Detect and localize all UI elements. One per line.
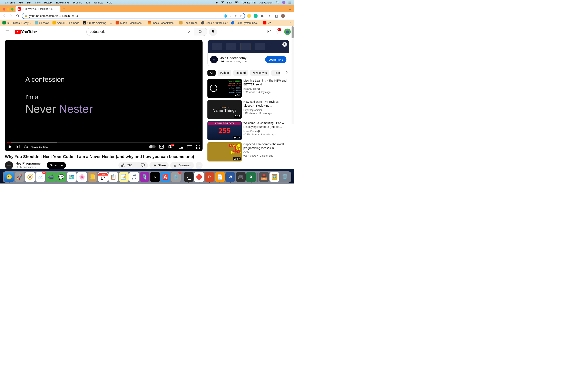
siri-icon[interactable] [282, 1, 285, 4]
new-tab-button[interactable]: + [61, 7, 68, 12]
share-button[interactable]: Share [149, 162, 168, 169]
dock-screenshot[interactable]: 🖼️ [269, 172, 279, 182]
ad-cta-button[interactable]: Learn more [265, 56, 286, 63]
miniplayer-button[interactable] [179, 145, 183, 149]
dock-chrome[interactable]: 🔴 [194, 172, 204, 182]
dock-settings[interactable]: ⚙️1 [171, 172, 181, 182]
chip-listenable[interactable]: Listenable [271, 70, 280, 76]
bookmark-item[interactable]: Kiddle - visual sea… [116, 21, 144, 25]
video-player[interactable]: A confession I'm a Never Nester 0:02 / 1… [5, 40, 203, 151]
rec-channel[interactable]: COD [243, 151, 289, 154]
dock-photos[interactable]: 🌸 [77, 172, 87, 182]
subscribe-button[interactable]: Subscribe [47, 162, 66, 169]
notifications-button[interactable]: 9+ [276, 29, 280, 34]
reload-button[interactable] [15, 14, 20, 18]
translate-icon[interactable]: 🌐 [224, 14, 227, 17]
chrome-menu-icon[interactable]: ⋮ [287, 14, 292, 18]
zoom-window-icon[interactable] [11, 8, 13, 11]
chip-related[interactable]: Related [233, 70, 248, 76]
volume-button[interactable] [24, 145, 28, 149]
bookmark-item[interactable]: y;h [263, 21, 271, 25]
menu-file[interactable]: File [18, 1, 23, 4]
dock-podcasts[interactable]: 🎙️ [140, 172, 149, 182]
browser-tab[interactable]: ▶ (13) Why You Shouldn't Nest Y… × [16, 6, 61, 12]
wifi-icon[interactable] [221, 1, 224, 4]
rec-channel[interactable]: Hey Programmer [243, 108, 289, 112]
next-button[interactable] [16, 145, 20, 149]
settings-button[interactable]: HD [167, 145, 175, 149]
dock-launchpad[interactable]: 🚀 [15, 172, 25, 182]
chips-next-icon[interactable] [284, 70, 289, 76]
control-center-icon[interactable] [288, 1, 292, 4]
dock-facetime[interactable]: 📹 [46, 172, 56, 182]
bookmark-item[interactable]: Cookie Autoclicker [201, 21, 227, 25]
clear-search-icon[interactable]: × [188, 29, 191, 34]
captions-button[interactable] [159, 145, 164, 149]
close-tab-icon[interactable]: × [57, 7, 58, 11]
menu-help[interactable]: Help [107, 1, 112, 4]
app-name[interactable]: Chrome [5, 1, 15, 4]
dock-finder[interactable]: 🙂 [4, 172, 14, 182]
dock-excel[interactable]: X [246, 172, 256, 182]
dock-reminders[interactable]: 📋 [108, 172, 118, 182]
bookmark-item[interactable]: Abdul H. | Edmodo [52, 21, 79, 25]
dock-tv[interactable]: tv [150, 172, 160, 182]
menu-view[interactable]: View [35, 1, 40, 4]
grammarly-icon[interactable] [254, 14, 258, 18]
recommendation-item[interactable]: how not to Name Things 7:25 How Bad were… [208, 100, 289, 119]
dock-sublime[interactable]: 📄 [215, 172, 225, 182]
share-page-icon[interactable]: ⇪ [234, 14, 237, 17]
dock-music[interactable]: 🎵 [129, 172, 139, 182]
extension-icon[interactable] [247, 14, 251, 18]
dock-calendar[interactable]: JAN17 [98, 172, 108, 182]
address-bar[interactable]: 🔒 youtube.com/watch?v=CFRhGnuXG-4 🌐 ⤓ ⇪ … [22, 13, 245, 19]
clock[interactable]: Tue 3:57 PM [241, 1, 256, 4]
like-button[interactable]: 45K [118, 162, 135, 169]
bookmarks-overflow-icon[interactable]: » [290, 21, 292, 25]
profile-avatar-icon[interactable] [281, 14, 285, 18]
bookmark-item[interactable]: Robo Trobo [179, 21, 198, 25]
search-button[interactable] [194, 28, 207, 36]
dock-game[interactable]: 🎮 [236, 172, 246, 182]
page-scrollbar[interactable] [292, 26, 294, 124]
dock-word[interactable]: W [225, 172, 235, 182]
media-control-icon[interactable]: ♪ [267, 14, 272, 18]
close-window-icon[interactable] [3, 8, 5, 11]
voice-search-button[interactable] [209, 28, 217, 36]
ad-info-icon[interactable]: i [282, 42, 287, 47]
dock-trash[interactable]: 🗑️ [280, 172, 290, 182]
fullscreen-button[interactable] [196, 145, 200, 149]
menu-edit[interactable]: Edit [26, 1, 31, 4]
battery-icon[interactable] [235, 1, 238, 4]
spotlight-icon[interactable] [276, 1, 279, 4]
dock-appstore[interactable]: 🅰️ [160, 172, 170, 182]
search-input[interactable]: codeasetic × [86, 28, 194, 36]
dock-contacts[interactable]: 📒 [87, 172, 97, 182]
bookmark-item[interactable]: Seesaw [35, 21, 49, 25]
ad-banner[interactable]: i [208, 40, 289, 53]
download-button[interactable]: Download [170, 162, 194, 169]
bookmark-item[interactable]: Inbox - ahadifami… [148, 21, 176, 25]
recommendation-item[interactable]: Windmill 98.29% Octopus 1.45% Helicopter… [208, 79, 289, 98]
dock-safari[interactable]: 🧭 [25, 172, 35, 182]
rec-channel[interactable]: InstantCode✓ [243, 87, 289, 91]
menu-bookmarks[interactable]: Bookmarks [56, 1, 69, 4]
chip-new[interactable]: New to you [250, 70, 269, 76]
window-controls[interactable] [2, 8, 16, 12]
dock-powerpoint[interactable]: P [205, 172, 214, 182]
dock-terminal[interactable]: ›_ [184, 172, 194, 182]
youtube-logo[interactable]: YouTube PK [15, 30, 37, 34]
guide-menu-button[interactable] [3, 28, 11, 36]
user-name[interactable]: Jia Faheem [259, 1, 273, 4]
dock-notes[interactable]: 📝 [119, 172, 129, 182]
dock-mail[interactable]: ✉️11 [35, 172, 45, 182]
account-avatar[interactable] [284, 29, 291, 35]
bookmark-star-icon[interactable]: ☆ [240, 14, 242, 17]
chip-all[interactable]: All [208, 70, 216, 76]
dock-downloads[interactable]: 📥 [259, 172, 269, 182]
screen-mirror-icon[interactable]: ▣ [216, 1, 218, 4]
dislike-button[interactable] [138, 162, 148, 169]
dock-maps[interactable]: 🗺️ [67, 172, 77, 182]
channel-name[interactable]: Hey Programmer [16, 161, 42, 166]
bookmark-item[interactable]: Solar System Sco… [231, 21, 259, 25]
